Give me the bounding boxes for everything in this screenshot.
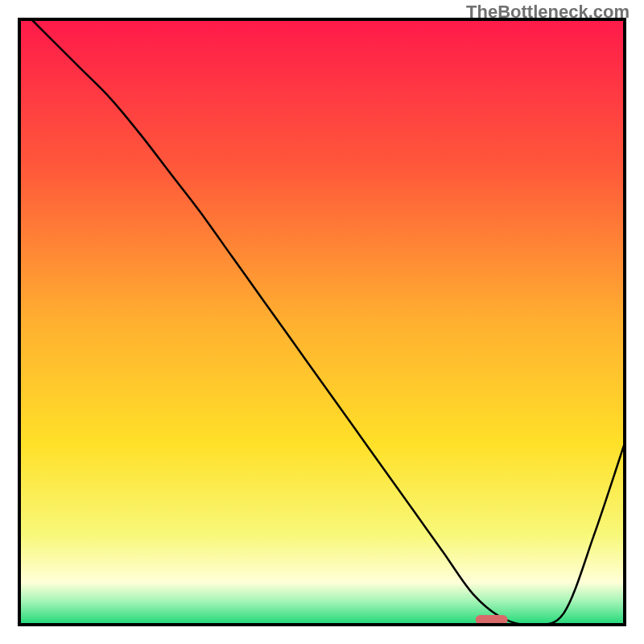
plot-area <box>19 19 625 625</box>
watermark-text: TheBottleneck.com <box>466 2 630 23</box>
chart-svg <box>0 0 644 644</box>
bottleneck-chart <box>0 0 644 644</box>
